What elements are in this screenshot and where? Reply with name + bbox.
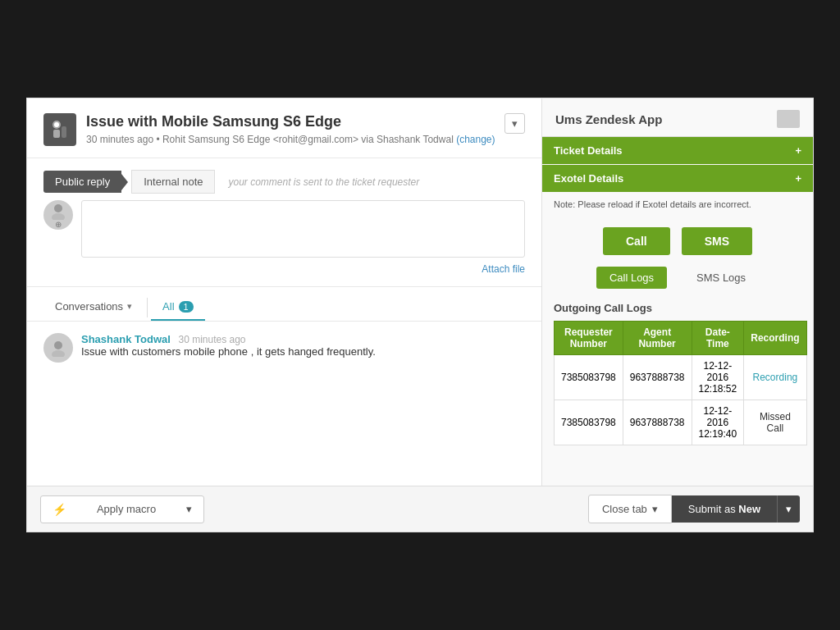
reply-textbox-wrap: Attach file: [81, 200, 525, 275]
td-requester: 7385083798: [555, 355, 623, 400]
attach-file-link[interactable]: Attach file: [482, 263, 525, 275]
sms-button[interactable]: SMS: [682, 227, 752, 255]
ticket-info: Issue with Mobile Samsung S6 Edge 30 min…: [86, 113, 495, 145]
ticket-header: Issue with Mobile Samsung S6 Edge 30 min…: [27, 98, 541, 158]
outgoing-call-logs-title: Outgoing Call Logs: [542, 299, 813, 321]
svg-point-7: [52, 350, 65, 357]
ticket-dropdown-button[interactable]: ▾: [504, 113, 525, 134]
ticket-details-label: Ticket Details: [554, 144, 623, 157]
message-row: Shashank Todwal 30 minutes ago Issue wit…: [43, 333, 525, 363]
left-panel: Issue with Mobile Samsung S6 Edge 30 min…: [27, 98, 542, 486]
reply-hint: your comment is sent to the ticket reque…: [228, 176, 419, 188]
user-icon: [49, 202, 67, 220]
ticket-agent: Shashank Todwal: [377, 134, 454, 145]
submit-dropdown-button[interactable]: ▾: [777, 495, 800, 523]
conversations-tab[interactable]: Conversations ▾: [43, 294, 144, 321]
close-tab-arrow: ▾: [652, 503, 658, 515]
conv-tab-divider: [147, 298, 148, 317]
ticket-details-plus: +: [795, 144, 801, 157]
content-area: Issue with Mobile Samsung S6 Edge 30 min…: [27, 98, 813, 486]
message-header: Shashank Todwal 30 minutes ago: [81, 333, 376, 345]
td-datetime: 12-12-2016 12:18:52: [692, 355, 744, 400]
reload-note: Note: Please reload if Exotel details ar…: [542, 193, 813, 216]
public-reply-tab[interactable]: Public reply: [43, 171, 121, 193]
reply-tabs: Public reply Internal note your comment …: [43, 170, 525, 194]
conversations-dropdown-icon: ▾: [127, 301, 132, 312]
reply-textarea[interactable]: [81, 200, 525, 258]
td-agent: 9637888738: [623, 400, 692, 445]
log-tabs: Call Logs SMS Logs: [542, 262, 813, 299]
close-tab-button[interactable]: Close tab ▾: [588, 495, 672, 523]
all-tab[interactable]: All 1: [151, 294, 205, 321]
message-time: 30 minutes ago: [178, 334, 245, 345]
all-count-badge: 1: [179, 301, 194, 313]
submit-as-button[interactable]: Submit as New: [672, 495, 777, 523]
message-author-avatar: [43, 333, 73, 363]
right-panel-header: Ums Zendesk App: [542, 98, 813, 137]
action-buttons: Call SMS: [542, 216, 813, 262]
change-link[interactable]: (change): [456, 134, 495, 145]
td-datetime: 12-12-2016 12:19:40: [692, 400, 744, 445]
main-container: Issue with Mobile Samsung S6 Edge 30 min…: [26, 98, 814, 532]
apply-macro-arrow: ▾: [186, 503, 192, 515]
td-recording: Missed Call: [744, 400, 806, 445]
conversation-messages: Shashank Todwal 30 minutes ago Issue wit…: [27, 322, 541, 486]
ticket-time: 30 minutes ago: [86, 134, 153, 145]
reply-avatar-inner: ⊕: [49, 202, 67, 229]
svg-rect-3: [62, 126, 66, 138]
th-requester: Requester Number: [555, 322, 623, 355]
table-row: 7385083798963788873812-12-2016 12:18:52R…: [555, 355, 807, 400]
exotel-details-label: Exotel Details: [554, 172, 623, 185]
td-recording[interactable]: Recording: [744, 355, 806, 400]
td-agent: 9637888738: [623, 355, 692, 400]
reply-user-avatar: ⊕: [43, 200, 73, 230]
submit-as-label: Submit as: [688, 503, 738, 515]
submit-new-label: New: [738, 503, 760, 515]
message-content: Shashank Todwal 30 minutes ago Issue wit…: [81, 333, 376, 363]
footer-bar: ⚡ Apply macro ▾ Close tab ▾ Submit as Ne…: [27, 486, 813, 532]
all-label: All: [162, 300, 174, 313]
th-datetime: Date-Time: [692, 322, 744, 355]
macro-bolt-icon: ⚡: [52, 503, 66, 516]
table-header: Requester Number Agent Number Date-Time …: [555, 322, 807, 355]
internal-note-tab[interactable]: Internal note: [131, 170, 215, 194]
reply-area: Public reply Internal note your comment …: [27, 158, 541, 287]
close-tab-label: Close tab: [602, 503, 647, 515]
message-text: Issue with customers mobile phone , it g…: [81, 345, 376, 358]
brand-logo-icon: [48, 118, 71, 141]
table-row: 7385083798963788873812-12-2016 12:19:40M…: [555, 400, 807, 445]
svg-point-5: [52, 213, 65, 220]
svg-rect-2: [53, 130, 60, 138]
call-button[interactable]: Call: [603, 227, 670, 255]
message-user-icon: [49, 339, 67, 357]
exotel-details-section[interactable]: Exotel Details +: [542, 165, 813, 192]
recording-link[interactable]: Recording: [753, 372, 798, 383]
attach-file-row: Attach file: [81, 263, 525, 275]
app-title: Ums Zendesk App: [555, 112, 662, 126]
conversations-tabs: Conversations ▾ All 1: [27, 287, 541, 322]
conversations-label: Conversations: [55, 300, 123, 313]
table-header-row: Requester Number Agent Number Date-Time …: [555, 322, 807, 355]
exotel-details-plus: +: [795, 172, 801, 185]
footer-right: Close tab ▾ Submit as New ▾: [588, 495, 800, 523]
call-logs-table: Requester Number Agent Number Date-Time …: [554, 321, 807, 445]
th-agent: Agent Number: [623, 322, 692, 355]
ticket-bullet: •: [156, 134, 159, 145]
brand-logo: [43, 113, 76, 146]
call-logs-tab[interactable]: Call Logs: [596, 267, 667, 289]
right-panel: Ums Zendesk App Ticket Details + Exotel …: [542, 98, 813, 486]
message-author: Shashank Todwal: [81, 333, 171, 345]
svg-point-4: [54, 204, 62, 212]
app-header-icon: [777, 110, 800, 128]
svg-point-1: [54, 122, 59, 127]
table-body: 7385083798963788873812-12-2016 12:18:52R…: [555, 355, 807, 445]
ticket-details-section[interactable]: Ticket Details +: [542, 137, 813, 164]
ticket-header-left: Issue with Mobile Samsung S6 Edge 30 min…: [43, 113, 495, 146]
svg-point-6: [54, 341, 62, 349]
th-recording: Recording: [744, 322, 806, 355]
td-requester: 7385083798: [555, 400, 623, 445]
apply-macro-button[interactable]: ⚡ Apply macro ▾: [40, 495, 204, 523]
reply-plus-icon: ⊕: [55, 220, 62, 229]
ticket-requester: Rohit Samsung S6 Edge <rohit@gmail.com> …: [162, 134, 374, 145]
sms-logs-tab[interactable]: SMS Logs: [683, 267, 759, 289]
